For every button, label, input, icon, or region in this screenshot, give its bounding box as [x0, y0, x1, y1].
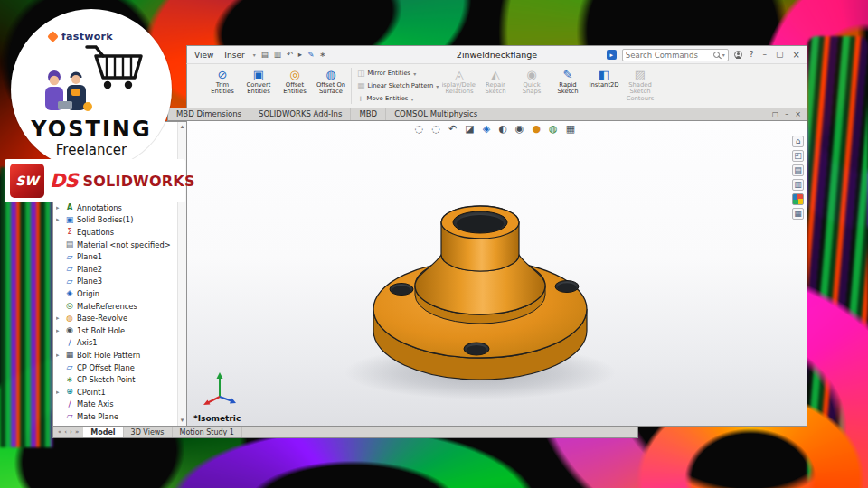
3d-views-tab[interactable]: 3D Views — [124, 427, 173, 437]
select-arrow-icon[interactable] — [298, 51, 302, 59]
tree-item[interactable]: 1st Bolt Hole — [56, 324, 176, 337]
grid-icon[interactable] — [792, 208, 804, 220]
feature-label: Annotations — [77, 203, 122, 212]
window-restore-icon[interactable] — [772, 110, 779, 118]
command-tab[interactable]: SOLIDWORKS Add-Ins — [250, 108, 351, 120]
command-manager-ribbon: Trim Entities Convert Entities Offset En… — [186, 64, 807, 108]
feature-icon — [65, 253, 74, 261]
tree-item[interactable]: CP Sketch Point — [56, 373, 176, 386]
quick-access-toolbar — [261, 51, 326, 59]
shaded-sketch-contours-button[interactable]: Shaded Sketch Contours — [623, 66, 657, 106]
expand-arrow-icon[interactable] — [56, 204, 62, 211]
tree-item[interactable]: Annotations — [56, 202, 176, 214]
command-tab[interactable]: MBD Dimensions — [168, 108, 250, 120]
fit-icon[interactable] — [792, 150, 804, 162]
menu-insert[interactable]: Inser — [222, 51, 247, 60]
ribbon-button-label: Instant2D — [589, 82, 618, 89]
move-entities-button[interactable]: Move Entities — [357, 95, 433, 103]
palette-icon[interactable] — [792, 193, 804, 205]
scroll-up-icon[interactable] — [178, 124, 186, 130]
last-tab-icon[interactable] — [75, 429, 79, 436]
repair-sketch-button[interactable]: Repair Sketch — [478, 66, 513, 106]
scroll-down-icon[interactable] — [178, 418, 186, 424]
feature-label: CP Offset Plane — [77, 363, 135, 372]
ribbon-button-label: Mirror Entities — [368, 70, 411, 77]
feature-icon — [65, 388, 74, 396]
rapid-sketch-button[interactable]: Rapid Sketch — [551, 66, 585, 106]
tree-item[interactable]: Base-Revolve — [56, 312, 176, 324]
flange-model[interactable] — [187, 121, 807, 427]
print-icon[interactable] — [274, 51, 281, 59]
command-tab[interactable]: COMSOL Multiphysics — [386, 108, 486, 120]
feature-label: Mate Axis — [77, 399, 113, 408]
ribbon-button-icon — [357, 70, 365, 78]
offset-entities-button[interactable]: Offset Entities — [278, 66, 312, 106]
close-button[interactable] — [791, 51, 802, 60]
tree-item[interactable]: Equations — [56, 226, 176, 239]
search-icon[interactable] — [713, 52, 720, 58]
expand-arrow-icon[interactable] — [56, 352, 62, 359]
tree-item[interactable]: Material <not specified> — [56, 239, 176, 251]
tree-item[interactable]: Mate Axis — [56, 399, 176, 411]
help-icon[interactable]: ? — [748, 51, 756, 59]
model-tab[interactable]: Model — [83, 427, 123, 437]
search-caret-icon[interactable] — [722, 52, 725, 58]
expand-arrow-icon[interactable] — [56, 314, 62, 322]
expand-arrow-icon[interactable] — [56, 389, 62, 396]
tree-item[interactable]: CP Offset Plane — [56, 361, 176, 374]
trim-entities-button[interactable]: Trim Entities — [205, 66, 240, 106]
mirror-entities-button[interactable]: Mirror Entities — [357, 70, 433, 78]
search-commands-box[interactable] — [622, 49, 729, 61]
tree-item[interactable]: Mate Plane — [56, 410, 176, 423]
display-delete-relations-button[interactable]: Display/Delete Relations — [442, 66, 476, 106]
search-input[interactable] — [626, 51, 711, 60]
quick-snaps-button[interactable]: Quick Snaps — [514, 66, 549, 106]
tree-item[interactable]: Bolt Hole Pattern — [56, 349, 176, 361]
feature-icon — [65, 351, 74, 359]
dropdown-caret-icon[interactable] — [413, 70, 416, 77]
instant2d-button[interactable]: Instant2D — [587, 66, 621, 106]
linear-sketch-pattern-button[interactable]: Linear Sketch Pattern — [357, 82, 433, 90]
dropdown-caret-icon[interactable] — [410, 96, 413, 102]
next-tab-icon[interactable] — [70, 429, 72, 436]
tree-item[interactable]: Solid Bodies(1) — [56, 214, 176, 227]
tree-item[interactable]: Plane1 — [56, 250, 176, 263]
tree-item[interactable]: Plane3 — [56, 276, 176, 288]
save-icon[interactable] — [261, 51, 269, 59]
tree-item[interactable]: Origin — [56, 287, 176, 300]
motion-study-tab[interactable]: Motion Study 1 — [173, 427, 242, 437]
tree-item[interactable]: Plane2 — [56, 263, 176, 276]
dassault-ds-logo: DS — [50, 170, 78, 192]
minimize-button[interactable] — [761, 51, 769, 59]
tree-item[interactable]: MateReferences — [56, 300, 176, 313]
menu-view[interactable]: View — [192, 51, 216, 60]
window-close-icon[interactable] — [795, 110, 801, 118]
graphics-viewport[interactable]: *Isometric — [186, 121, 807, 427]
restore-button[interactable] — [774, 51, 786, 59]
expand-arrow-icon[interactable] — [56, 216, 62, 223]
feature-label: Plane1 — [77, 252, 102, 261]
solidworks-wordmark: SOLIDWORKS — [83, 173, 195, 190]
offset-on-surface-button[interactable]: Offset On Surface — [314, 66, 348, 106]
options-gear-icon[interactable] — [319, 51, 326, 59]
sketch-icon[interactable] — [307, 51, 314, 59]
user-account-icon[interactable] — [734, 51, 742, 59]
resources-icon[interactable] — [607, 50, 617, 60]
window-minimize-icon[interactable] — [785, 110, 788, 118]
convert-entities-button[interactable]: Convert Entities — [241, 66, 276, 106]
document-tab-bar: Model3D ViewsMotion Study 1 — [52, 427, 638, 438]
prev-tab-icon[interactable] — [64, 429, 67, 436]
fastwork-tag-icon — [47, 31, 59, 42]
tree-item[interactable]: Axis1 — [56, 337, 176, 350]
first-tab-icon[interactable] — [58, 429, 61, 436]
tree-item[interactable]: CPoint1 — [56, 386, 176, 399]
home-icon[interactable] — [792, 136, 804, 147]
ribbon-divider — [351, 68, 352, 104]
command-tab-row: MBD DimensionsSOLIDWORKS Add-InsMBDCOMSO… — [167, 108, 807, 121]
folder-icon[interactable] — [792, 164, 804, 176]
undo-icon[interactable] — [287, 51, 293, 59]
pattern-tools-group: Mirror Entities Linear Sketch Pattern Mo… — [354, 66, 436, 106]
print-icon[interactable] — [792, 179, 804, 191]
command-tab[interactable]: MBD — [351, 108, 386, 120]
expand-arrow-icon[interactable] — [56, 327, 62, 334]
